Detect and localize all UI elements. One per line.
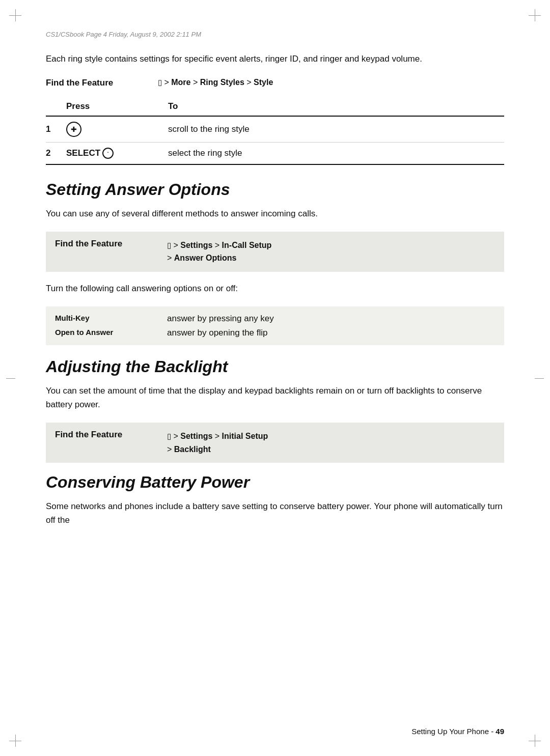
backlight-find-feature-path: ▯ > Settings > Initial Setup > Backlight [167,430,495,456]
option-row-open-to-answer: Open to Answer answer by opening the fli… [55,328,495,338]
tick-right [535,378,544,379]
row2-num: 2 [46,142,66,164]
option-open-name: Open to Answer [55,328,167,337]
answer-options-find-feature-label: Find the Feature [55,239,167,249]
option-row-multikey: Multi-Key answer by pressing any key [55,314,495,324]
answer-options-list: Multi-Key answer by pressing any key Ope… [46,306,504,345]
col-header-to: To [158,97,504,116]
backlight-title: Adjusting the Backlight [46,357,504,376]
footer: Setting Up Your Phone - 49 [411,727,504,736]
intro-text: Each ring style contains settings for sp… [46,52,504,66]
row1-to: scroll to the ring style [158,116,504,143]
ring-styles-table: Press To 1 ✚ scroll to the ring style 2 … [46,97,504,165]
ring-styles-find-feature-path: ▯ > More > Ring Styles > Style [158,78,504,87]
backlight-find-feature-label: Find the Feature [55,430,167,440]
select-button-label: SELECT ⋅ [66,148,114,159]
answer-options-find-feature: Find the Feature ▯ > Settings > In-Call … [46,232,504,272]
corner-mark-bl [9,735,21,747]
corner-mark-tr [529,9,541,21]
select-text: SELECT [66,148,100,158]
answer-options-find-feature-path: ▯ > Settings > In-Call Setup > Answer Op… [167,239,495,265]
answer-options-turn-text: Turn the following call answering option… [46,282,504,295]
backlight-body: You can set the amount of time that the … [46,384,504,411]
ring-styles-find-feature-label: Find the Feature [46,78,158,88]
option-multikey-desc: answer by pressing any key [167,314,495,324]
col-header-press-label: Press [66,97,158,116]
corner-mark-tl [9,9,21,21]
battery-body: Some networks and phones include a batte… [46,500,504,527]
row1-num: 1 [46,116,66,143]
answer-options-title: Setting Answer Options [46,180,504,199]
backlight-find-feature: Find the Feature ▯ > Settings > Initial … [46,423,504,463]
footer-page-num: 49 [496,727,504,736]
col-header-press [46,97,66,116]
tick-left [6,378,15,379]
answer-options-body: You can use any of several different met… [46,207,504,220]
nav-circle-icon: ✚ [66,122,81,137]
table-row: 2 SELECT ⋅ select the ring style [46,142,504,164]
battery-title: Conserving Battery Power [46,473,504,492]
corner-mark-br [529,735,541,747]
footer-text: Setting Up Your Phone - [411,727,496,736]
row2-to: select the ring style [158,142,504,164]
option-multikey-name: Multi-Key [55,314,167,322]
select-circle-icon: ⋅ [102,148,114,159]
option-open-desc: answer by opening the flip [167,328,495,338]
header-line: CS1/CSbook Page 4 Friday, August 9, 2002… [46,31,504,38]
row2-icon: SELECT ⋅ [66,142,158,164]
row1-icon: ✚ [66,116,158,143]
ring-styles-find-feature: Find the Feature ▯ > More > Ring Styles … [46,78,504,88]
table-row: 1 ✚ scroll to the ring style [46,116,504,143]
